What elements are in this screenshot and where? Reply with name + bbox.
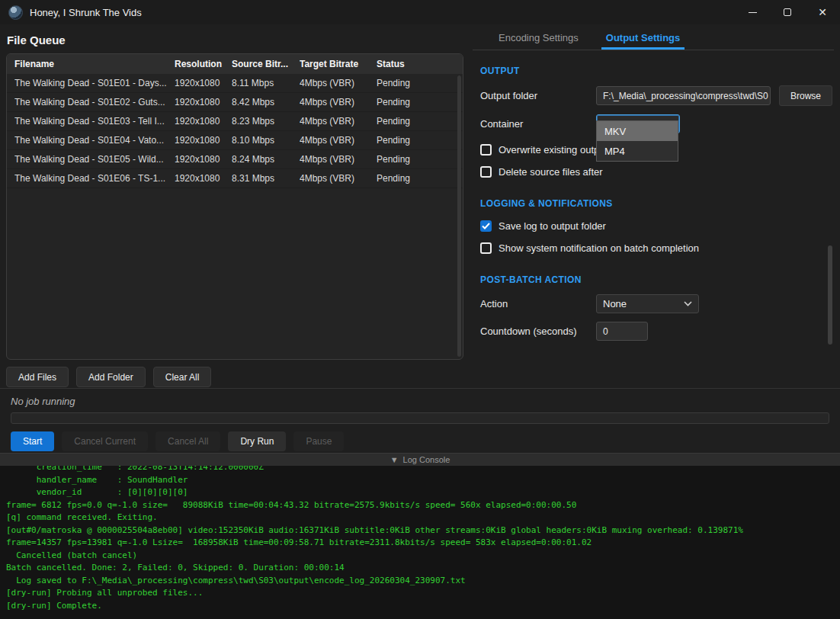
queue-header-row: Filename Resolution Source Bitr... Targe… [7,54,463,74]
cell-target-bitrate: 4Mbps (VBR) [300,173,377,184]
queue-buttons: Add Files Add Folder Clear All [6,367,462,387]
dry-run-button[interactable]: Dry Run [228,431,286,451]
window-controls: ✕ [735,0,840,24]
cell-target-bitrate: 4Mbps (VBR) [300,135,377,146]
table-row[interactable]: The Walking Dead - S01E01 - Days...1920x… [7,74,463,93]
app-icon [8,5,23,20]
table-row[interactable]: The Walking Dead - S01E05 - Wild...1920x… [7,150,463,169]
cell-source-bitrate: 8.42 Mbps [232,97,300,107]
minimize-button[interactable] [735,0,770,24]
queue-body: The Walking Dead - S01E01 - Days...1920x… [7,74,463,188]
job-status: No job running [11,396,829,407]
table-row[interactable]: The Walking Dead - S01E03 - Tell I...192… [7,112,463,131]
tab-encoding-settings[interactable]: Encoding Settings [494,27,583,50]
cell-resolution: 1920x1080 [175,173,232,184]
job-buttons: Start Cancel Current Cancel All Dry Run … [11,431,829,451]
check-icon [482,223,490,229]
column-header-source-bitrate[interactable]: Source Bitr... [232,59,300,69]
window-title: Honey, I Shrunk The Vids [30,7,142,18]
checkbox-notify[interactable] [480,242,492,254]
settings-tabs: Encoding Settings Output Settings [473,24,834,50]
title-bar: Honey, I Shrunk The Vids ✕ [0,0,840,24]
log-console-title: Log Console [403,455,450,464]
column-header-target-bitrate[interactable]: Target Bitrate [300,59,377,69]
checkbox-save-log[interactable] [480,220,492,232]
cell-target-bitrate: 4Mbps (VBR) [300,116,377,127]
column-header-status[interactable]: Status [377,59,463,69]
cell-status: Pending [377,135,463,146]
cell-status: Pending [377,154,463,165]
output-folder-row: Output folder F:\_Media\_processing\comp… [480,85,834,106]
table-row[interactable]: The Walking Dead - S01E04 - Vato...1920x… [7,131,463,150]
log-console-toggle[interactable]: ▼ Log Console [0,453,840,466]
log-line: [dry-run] Complete. [6,600,840,613]
dropdown-option-mp4[interactable]: MP4 [597,141,678,161]
column-header-resolution[interactable]: Resolution [175,59,232,69]
queue-scrollbar[interactable] [457,75,461,357]
checkbox-delete-source[interactable] [480,166,492,178]
maximize-button[interactable] [770,0,805,24]
action-label: Action [480,298,596,310]
cell-resolution: 1920x1080 [175,154,232,165]
add-files-button[interactable]: Add Files [6,367,69,387]
cell-source-bitrate: 8.23 Mbps [232,116,300,127]
chevron-down-icon: ▼ [390,455,399,464]
cell-source-bitrate: 8.24 Mbps [232,154,300,165]
cancel-current-button: Cancel Current [62,431,148,451]
section-output-heading: OUTPUT [480,66,834,76]
container-dropdown: MKV MP4 [596,120,678,162]
table-row[interactable]: The Walking Dead - S01E02 - Guts...1920x… [7,93,463,112]
log-line: [q] command received. Exiting. [6,512,840,524]
cell-resolution: 1920x1080 [175,78,232,88]
section-post-batch-heading: POST-BATCH ACTION [480,274,834,285]
chevron-down-icon [684,301,692,306]
cell-resolution: 1920x1080 [175,116,232,127]
log-line: vendor_id : [0][0][0][0] [6,486,840,499]
start-button[interactable]: Start [11,431,54,451]
log-line: frame=14357 fps=13981 q=-1.0 Lsize= 1689… [6,537,840,550]
cell-filename: The Walking Dead - S01E04 - Vato... [14,135,175,146]
log-line: Batch cancelled. Done: 2, Failed: 0, Ski… [6,562,840,575]
settings-scrollbar-thumb[interactable] [828,245,832,345]
checkbox-overwrite[interactable] [480,144,492,156]
pause-button: Pause [293,431,344,451]
cell-resolution: 1920x1080 [175,97,232,107]
notify-row: Show system notification on batch comple… [480,240,834,255]
action-select[interactable]: None [596,294,699,313]
cell-source-bitrate: 8.11 Mbps [232,78,300,88]
cell-filename: The Walking Dead - S01E02 - Guts... [14,97,175,107]
notify-label: Show system notification on batch comple… [499,242,699,254]
queue-scrollbar-thumb[interactable] [457,75,461,357]
clear-all-button[interactable]: Clear All [153,367,212,387]
cell-filename: The Walking Dead - S01E01 - Days... [14,78,175,88]
cell-target-bitrate: 4Mbps (VBR) [300,78,377,88]
countdown-input[interactable]: 0 [596,322,648,341]
settings-content: OUTPUT Output folder F:\_Media\_processi… [473,50,834,341]
dropdown-option-mkv[interactable]: MKV [597,121,678,141]
countdown-label: Countdown (seconds) [480,326,596,337]
progress-bar [11,412,829,424]
table-row[interactable]: The Walking Dead - S01E06 - TS-1...1920x… [7,169,463,188]
close-icon: ✕ [818,7,827,18]
add-folder-button[interactable]: Add Folder [76,367,146,387]
action-row: Action None [480,294,834,313]
cell-status: Pending [377,78,463,88]
cell-filename: The Walking Dead - S01E06 - TS-1... [14,173,175,184]
cell-target-bitrate: 4Mbps (VBR) [300,97,377,107]
section-logging-heading: LOGGING & NOTIFICATIONS [480,198,834,209]
cell-source-bitrate: 8.10 Mbps [232,135,300,146]
cell-status: Pending [377,97,463,107]
delete-source-row: Delete source files after [480,164,834,179]
action-select-value: None [603,298,627,310]
output-folder-input[interactable]: F:\_Media\_processing\compress\twd\S0 [596,86,771,105]
countdown-row: Countdown (seconds) 0 [480,322,834,341]
maximize-icon [784,8,791,16]
column-header-filename[interactable]: Filename [14,59,175,69]
save-log-label: Save log to output folder [499,220,606,232]
tab-output-settings[interactable]: Output Settings [601,27,685,50]
log-console[interactable]: creation_time : 2022-08-13T14:14:12.0000… [0,466,840,619]
container-label: Container [480,118,596,130]
close-button[interactable]: ✕ [805,0,840,24]
browse-button[interactable]: Browse [779,85,832,106]
output-folder-label: Output folder [480,90,596,101]
